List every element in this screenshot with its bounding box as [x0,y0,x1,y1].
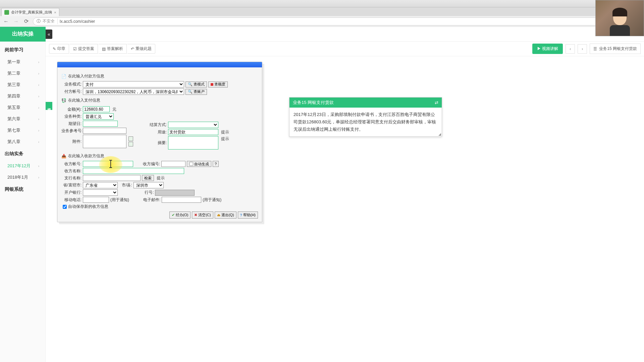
lookup-limit-button[interactable]: 查额度 [208,81,228,87]
back-button[interactable]: ← [3,18,9,25]
sidebar-heading-bank: 网银系统 [0,183,45,196]
hint-link[interactable]: 提示 [221,129,229,135]
section-payer: 📄 在此输入付款方信息 [61,73,258,79]
sidebar-item-2017-12[interactable]: 2017年12月› [0,160,45,172]
bankno-label: 行号: [145,190,154,195]
sidebar-item-ch5[interactable]: 第五章› [0,102,45,113]
sidebar-item-ch2[interactable]: 第二章› [0,68,45,79]
video-explain-button[interactable]: ▶ 视频讲解 [532,44,563,54]
sidebar-collapse-button[interactable]: « [46,29,52,39]
autogen-button[interactable]: 自动生成 [187,161,211,167]
summary-label: 摘要: [147,140,167,146]
payee-acct-label: 收方帐号: [61,161,82,167]
exit-button[interactable]: ⏏退出(Q) [215,212,236,219]
payee-name-input[interactable] [83,168,184,174]
sidebar-item-ch3[interactable]: 第三章› [0,79,45,90]
payee-code-input[interactable] [161,161,185,167]
chevron-right-icon: › [38,176,39,179]
search-icon: 🔍 [188,89,193,94]
type-select[interactable]: 普通汇兑 [83,113,114,120]
email-label: 电子邮件: [143,197,160,203]
branch-label: 支行名称: [61,175,82,181]
lookup-account-button[interactable]: 🔍查账户 [185,89,207,95]
sidebar-item-2018-01[interactable]: 2018年1月› [0,172,45,183]
analysis-button[interactable]: ▤答案解析 [99,44,127,54]
autogen-checkbox[interactable] [189,162,193,166]
task-badge: ☰业务15 网银支付货款 [590,44,641,54]
process-button[interactable]: ✔经办(O) [169,212,191,219]
autosave-checkbox[interactable] [63,205,67,209]
clear-button[interactable]: ✖清空(C) [192,212,213,219]
email-hint: (用于通知) [203,197,221,203]
section-payment: 💱 在此输入支付信息 [61,98,258,103]
amount-input[interactable] [83,106,110,112]
mode-label: 业务模式: [61,81,82,87]
remove-attach-button[interactable] [128,142,133,146]
help-icon-button[interactable]: ? [213,161,219,167]
branch-input[interactable] [83,175,141,181]
url-input[interactable]: ⓘ 不安全 lx.acc5.com/cashier [33,17,641,25]
browser-tab[interactable]: 会计学堂_真账实操_出纳 × [1,8,59,16]
email-input[interactable] [162,197,201,203]
chevron-right-icon: › [38,95,39,98]
sidebar-item-ch8[interactable]: 第八章› [0,136,45,147]
purpose-input[interactable] [168,129,218,135]
hint-link[interactable]: 提示 [157,175,165,181]
lookup-mode-button[interactable]: 🔍查模式 [185,81,207,87]
text-cursor-icon [110,160,111,168]
search-branch-button[interactable]: 检索 [142,175,154,181]
info-icon: ⓘ [37,18,41,24]
summary-area[interactable] [168,136,218,149]
hint-link[interactable]: 提示 [221,136,229,142]
payer-icon: 📄 [61,74,66,79]
province-select[interactable]: 广东省 [83,182,118,188]
forward-button[interactable]: → [13,18,19,25]
url-text: lx.acc5.com/cashier [60,19,95,24]
bank-select[interactable] [83,189,118,196]
settle-select[interactable] [168,122,218,128]
payment-form-window: 📄 在此输入付款方信息 业务模式: 支付 🔍查模式 查额度 付方帐号: 深圳，1… [57,62,262,222]
city-select[interactable]: 深圳市 [133,182,164,188]
ref-input[interactable] [83,128,126,134]
resize-handle[interactable] [438,133,441,136]
type-label: 业务种类: [61,114,82,119]
clear-icon: ✖ [194,213,197,217]
reload-button[interactable]: ⟳ [23,18,30,25]
payer-label: 付方帐号: [61,89,82,95]
tab-close-icon[interactable]: × [54,10,56,14]
app-header: 出纳实操 « 查看公司信息 [0,27,644,42]
redo-button[interactable]: ↶重做此题 [127,44,155,54]
attachment-area[interactable] [83,135,126,148]
sidebar-item-ch4[interactable]: 第四章› [0,90,45,102]
main-content: ✎印章 ☑提交答案 ▤答案解析 ↶重做此题 ▶ 视频讲解 ‹ › ☰业务15 网… [46,42,644,362]
task-header[interactable]: 业务15 网银支付货款 ⇄ [289,98,442,108]
address-bar: ← → ⟳ ⓘ 不安全 lx.acc5.com/cashier [0,16,644,27]
sidebar-item-ch6[interactable]: 第六章› [0,113,45,125]
mode-select[interactable]: 支付 [83,81,184,87]
prov-label: 省/直辖市: [61,182,82,188]
purpose-label: 用途: [147,129,167,135]
payee-account-input[interactable] [83,161,133,167]
help-button[interactable]: ?帮助(H) [238,212,258,219]
stamp-button[interactable]: ✎印章 [49,44,69,54]
add-attach-button[interactable] [128,136,133,141]
payee-icon: 📥 [61,154,66,159]
date-input[interactable] [83,121,118,127]
sidebar-item-ch1[interactable]: 第一章› [0,56,45,68]
swap-icon[interactable]: ⇄ [435,100,438,105]
prev-task-button[interactable]: ‹ [566,44,575,54]
attach-label: 附件: [61,139,82,144]
play-icon: ▶ [537,46,541,51]
toolbar: ✎印章 ☑提交答案 ▤答案解析 ↶重做此题 ▶ 视频讲解 ‹ › ☰业务15 网… [46,42,644,56]
sidebar-item-ch7[interactable]: 第七章› [0,125,45,136]
switch-voucher-tab[interactable]: 切换单据 [46,102,52,110]
payer-account-select[interactable]: 深圳，13060209302230292，人民币，深圳市金马商贸有限公司 [83,88,184,95]
chevron-right-icon: › [38,140,39,144]
next-task-button[interactable]: › [578,44,587,54]
window-titlebar: — □ ✕ [0,0,644,7]
submit-answer-button[interactable]: ☑提交答案 [70,44,98,54]
redo-icon: ↶ [131,47,134,51]
chevron-right-icon: › [38,117,39,121]
bank-label: 开户银行: [61,190,82,195]
mobile-input[interactable] [83,197,109,203]
